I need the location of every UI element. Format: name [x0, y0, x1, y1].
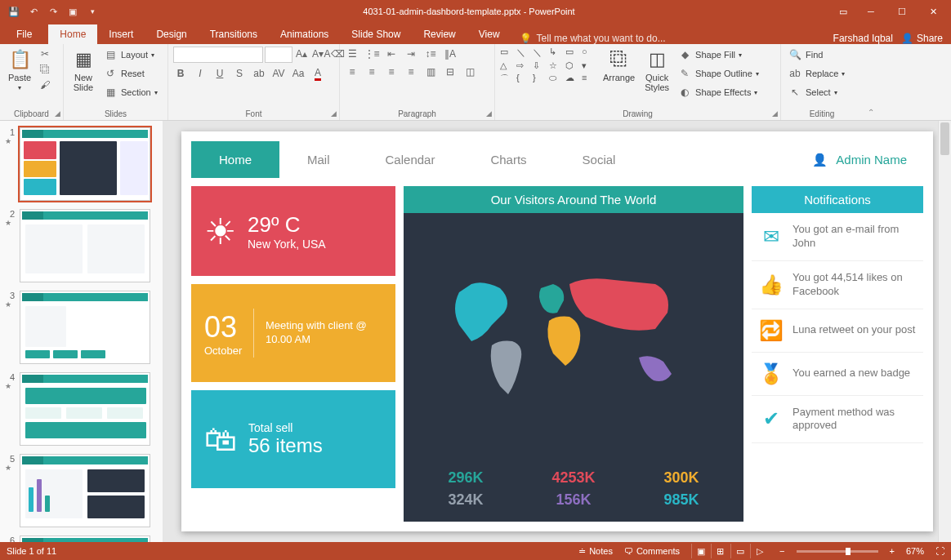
tab-slideshow[interactable]: Slide Show [340, 24, 412, 44]
comments-button[interactable]: 🗨Comments [624, 546, 680, 556]
align-left-icon[interactable]: ≡ [345, 64, 359, 79]
tab-transitions[interactable]: Transitions [199, 24, 269, 44]
slideshow-view-icon[interactable]: ▷ [750, 544, 768, 558]
close-icon[interactable]: ✕ [918, 0, 948, 23]
find-button[interactable]: 🔍Find [786, 47, 846, 63]
thumb-5[interactable]: 5★ [5, 454, 158, 527]
zoom-out-icon[interactable]: − [779, 546, 784, 556]
dash-tab-mail[interactable]: Mail [279, 141, 358, 178]
case-icon[interactable]: Aa [291, 66, 306, 81]
thumb-6[interactable]: 6★ [5, 536, 158, 542]
copy-icon[interactable]: ⿻ [38, 62, 52, 77]
ribbon-options-icon[interactable]: ▭ [832, 0, 855, 23]
shape-more-icon[interactable]: ▾ [582, 60, 596, 71]
notes-button[interactable]: ≐Notes [578, 546, 613, 557]
font-size-combo[interactable] [265, 47, 292, 63]
zoom-level[interactable]: 67% [906, 546, 924, 556]
arrange-button[interactable]: ⿻Arrange [600, 47, 638, 84]
shape-curve-icon[interactable]: ⌒ [500, 73, 515, 85]
shape-textbox-icon[interactable]: ▭ [500, 47, 515, 59]
paragraph-launcher-icon[interactable]: ◢ [486, 109, 492, 118]
dash-tab-calendar[interactable]: Calendar [358, 141, 463, 178]
shape-effects-button[interactable]: ◐Shape Effects▾ [676, 84, 761, 100]
shape-outline-button[interactable]: ✎Shape Outline▾ [676, 65, 761, 82]
sorter-view-icon[interactable]: ⊞ [711, 544, 729, 558]
section-button[interactable]: ▦Section▾ [101, 84, 159, 100]
decrease-font-icon[interactable]: A▾ [310, 47, 325, 61]
reading-view-icon[interactable]: ▭ [730, 544, 748, 558]
slide-counter[interactable]: Slide 1 of 11 [7, 546, 56, 556]
tab-insert[interactable]: Insert [97, 24, 145, 44]
dash-tab-social[interactable]: Social [555, 141, 644, 178]
tell-me-search[interactable]: 💡 Tell me what you want to do... [520, 33, 833, 44]
text-direction-icon[interactable]: ‖A [443, 47, 458, 61]
tab-view[interactable]: View [467, 24, 511, 44]
dash-tab-charts[interactable]: Charts [462, 141, 554, 178]
shape-arrow2-icon[interactable]: ⇩ [533, 60, 547, 71]
shape-line-icon[interactable]: ＼ [516, 47, 531, 59]
tab-review[interactable]: Review [412, 24, 467, 44]
justify-icon[interactable]: ≡ [404, 64, 418, 79]
thumb-1[interactable]: 1★ [5, 127, 158, 201]
slideshow-qat-icon[interactable]: ▣ [65, 4, 80, 19]
bullets-icon[interactable]: ☰ [345, 47, 359, 61]
select-button[interactable]: ↖Select▾ [786, 84, 846, 100]
align-right-icon[interactable]: ≡ [384, 64, 399, 79]
align-text-icon[interactable]: ⊟ [443, 64, 458, 79]
shape-connector-icon[interactable]: ↳ [549, 47, 564, 59]
zoom-in-icon[interactable]: + [890, 546, 895, 556]
redo-icon[interactable]: ↷ [46, 4, 60, 19]
undo-icon[interactable]: ↶ [26, 4, 41, 19]
shape-hex-icon[interactable]: ⬡ [565, 60, 580, 71]
vertical-scrollbar[interactable] [938, 121, 951, 542]
tab-file[interactable]: File [0, 24, 48, 44]
shape-arrow-icon[interactable]: ⇨ [516, 60, 531, 71]
thumb-3[interactable]: 3★ [5, 291, 158, 364]
replace-button[interactable]: abReplace▾ [786, 65, 846, 82]
shape-line2-icon[interactable]: ＼ [533, 47, 547, 59]
cut-icon[interactable]: ✂ [38, 47, 52, 61]
font-family-combo[interactable] [173, 47, 263, 63]
drawing-launcher-icon[interactable]: ◢ [772, 109, 778, 118]
slide-canvas[interactable]: Home Mail Calendar Charts Social 👤 Admin… [181, 131, 933, 531]
align-center-icon[interactable]: ≡ [364, 64, 379, 79]
strikethrough-icon[interactable]: S [232, 66, 247, 81]
shape-callout-icon[interactable]: ⬭ [549, 73, 564, 85]
save-icon[interactable]: 💾 [7, 4, 21, 19]
shadow-icon[interactable]: ab [252, 66, 266, 81]
increase-font-icon[interactable]: A▴ [294, 47, 309, 61]
quick-styles-button[interactable]: ◫Quick Styles [641, 47, 672, 94]
shape-cloud-icon[interactable]: ☁ [565, 73, 580, 85]
columns-icon[interactable]: ▥ [423, 64, 438, 79]
reset-button[interactable]: ↺Reset [101, 65, 159, 82]
underline-icon[interactable]: U [212, 66, 227, 81]
qat-more-icon[interactable]: ▾ [85, 4, 100, 19]
numbering-icon[interactable]: ⋮≡ [364, 47, 379, 61]
new-slide-button[interactable]: ▦ New Slide [69, 47, 98, 94]
shape-star-icon[interactable]: ☆ [549, 60, 564, 71]
zoom-slider[interactable] [797, 550, 878, 553]
maximize-icon[interactable]: ☐ [887, 0, 917, 23]
fit-window-icon[interactable]: ⛶ [935, 546, 944, 556]
shape-brace2-icon[interactable]: } [533, 73, 547, 85]
shape-fill-button[interactable]: ◆Shape Fill▾ [676, 47, 761, 63]
tab-home[interactable]: Home [48, 24, 97, 44]
italic-icon[interactable]: I [193, 66, 208, 81]
thumb-4[interactable]: 4★ [5, 372, 158, 446]
share-button[interactable]: 👤 Share [901, 33, 943, 44]
clipboard-launcher-icon[interactable]: ◢ [55, 109, 60, 118]
account-name[interactable]: Farshad Iqbal [833, 33, 893, 44]
shape-triangle-icon[interactable]: △ [500, 60, 515, 71]
line-spacing-icon[interactable]: ↕≡ [423, 47, 438, 61]
slide-thumbnails-panel[interactable]: 1★ 2★ 3★ [0, 121, 163, 542]
normal-view-icon[interactable]: ▣ [691, 544, 709, 558]
collapse-ribbon-icon[interactable]: ⌃ [863, 44, 879, 120]
font-color-icon[interactable]: A [310, 66, 325, 81]
tab-design[interactable]: Design [145, 24, 198, 44]
thumb-2[interactable]: 2★ [5, 209, 158, 282]
font-launcher-icon[interactable]: ◢ [331, 109, 337, 118]
paste-button[interactable]: 📋 Paste ▾ [5, 47, 34, 93]
spacing-icon[interactable]: AV [271, 66, 286, 81]
indent-dec-icon[interactable]: ⇤ [384, 47, 399, 61]
format-painter-icon[interactable]: 🖌 [38, 78, 52, 92]
